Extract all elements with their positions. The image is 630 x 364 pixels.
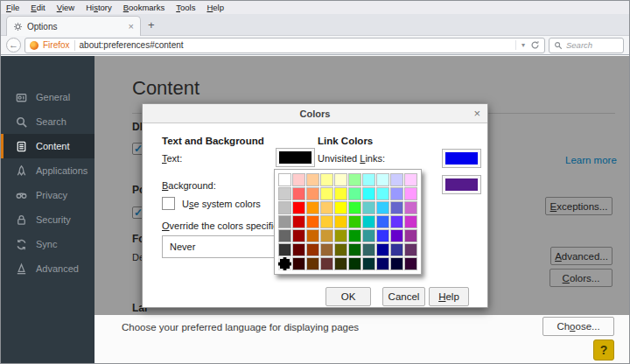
palette-color-cell[interactable] xyxy=(362,173,375,186)
menu-edit[interactable]: Edit xyxy=(31,3,45,12)
sidebar-item-privacy[interactable]: Privacy xyxy=(1,183,94,207)
palette-color-cell[interactable] xyxy=(390,187,403,200)
palette-color-cell[interactable] xyxy=(334,215,347,228)
menu-bookmarks[interactable]: Bookmarks xyxy=(123,3,165,12)
palette-color-cell[interactable] xyxy=(404,173,417,186)
new-tab-button[interactable]: + xyxy=(148,18,155,32)
palette-color-cell[interactable] xyxy=(390,257,403,270)
tab-close-icon[interactable]: × xyxy=(129,22,134,32)
palette-color-cell[interactable] xyxy=(348,243,361,256)
menu-help[interactable]: Help xyxy=(206,3,224,12)
palette-color-cell[interactable] xyxy=(404,257,417,270)
search-input[interactable]: Search xyxy=(549,38,624,53)
palette-color-cell[interactable] xyxy=(292,215,305,228)
palette-color-cell[interactable] xyxy=(292,187,305,200)
palette-color-cell[interactable] xyxy=(362,215,375,228)
sidebar-item-general[interactable]: General xyxy=(1,85,94,109)
palette-color-cell[interactable] xyxy=(306,215,319,228)
palette-color-cell[interactable] xyxy=(390,229,403,242)
palette-color-cell[interactable] xyxy=(362,201,375,214)
palette-color-cell[interactable] xyxy=(376,229,389,242)
text-color-swatch-button[interactable] xyxy=(276,148,315,167)
palette-color-cell[interactable] xyxy=(390,243,403,256)
palette-color-cell[interactable] xyxy=(278,229,291,242)
palette-color-cell[interactable] xyxy=(376,201,389,214)
palette-color-cell[interactable] xyxy=(306,243,319,256)
palette-color-cell[interactable] xyxy=(404,201,417,214)
palette-color-cell[interactable] xyxy=(306,173,319,186)
palette-color-cell[interactable] xyxy=(278,243,291,256)
dialog-close-icon[interactable]: × xyxy=(473,104,480,123)
palette-color-cell[interactable] xyxy=(306,187,319,200)
palette-color-cell[interactable] xyxy=(404,215,417,228)
palette-color-cell[interactable] xyxy=(320,215,333,228)
sidebar-item-sync[interactable]: Sync xyxy=(1,232,94,256)
palette-color-cell[interactable] xyxy=(334,187,347,200)
sidebar-item-security[interactable]: Security xyxy=(1,207,94,232)
tab-options[interactable]: Options × xyxy=(6,16,141,36)
palette-color-cell[interactable] xyxy=(320,257,333,270)
palette-color-cell[interactable] xyxy=(362,243,375,256)
reload-icon[interactable] xyxy=(530,40,540,50)
palette-color-cell[interactable] xyxy=(278,173,291,186)
palette-color-cell[interactable] xyxy=(320,173,333,186)
palette-color-cell[interactable] xyxy=(278,201,291,214)
choose-language-button[interactable]: Choose... xyxy=(542,317,614,336)
palette-color-cell[interactable] xyxy=(278,187,291,200)
palette-color-cell[interactable] xyxy=(404,229,417,242)
palette-color-cell[interactable] xyxy=(306,201,319,214)
palette-color-cell[interactable] xyxy=(376,173,389,186)
url-text[interactable]: about:preferences#content xyxy=(80,40,511,50)
palette-color-cell[interactable] xyxy=(362,257,375,270)
menu-history[interactable]: History xyxy=(86,3,112,12)
palette-color-cell[interactable] xyxy=(320,201,333,214)
palette-color-cell[interactable] xyxy=(362,187,375,200)
palette-color-cell[interactable] xyxy=(320,229,333,242)
palette-color-cell[interactable] xyxy=(320,243,333,256)
menu-view[interactable]: View xyxy=(57,3,74,12)
palette-color-cell[interactable] xyxy=(292,243,305,256)
palette-color-cell[interactable] xyxy=(334,201,347,214)
unvisited-color-swatch-button[interactable] xyxy=(442,149,481,168)
sidebar-item-search[interactable]: Search xyxy=(1,109,94,134)
palette-color-cell[interactable] xyxy=(390,215,403,228)
palette-color-cell[interactable] xyxy=(376,187,389,200)
menu-file[interactable]: File xyxy=(6,3,19,12)
palette-color-cell[interactable] xyxy=(334,173,347,186)
palette-color-cell[interactable] xyxy=(292,257,305,270)
sidebar-item-applications[interactable]: Applications xyxy=(1,158,94,183)
palette-color-cell[interactable] xyxy=(390,201,403,214)
palette-color-cell[interactable] xyxy=(334,243,347,256)
palette-color-cell[interactable] xyxy=(348,215,361,228)
cancel-button[interactable]: Cancel xyxy=(382,287,425,306)
palette-color-cell[interactable] xyxy=(348,187,361,200)
help-button[interactable]: ? xyxy=(593,340,614,360)
palette-color-cell[interactable] xyxy=(292,229,305,242)
menu-tools[interactable]: Tools xyxy=(176,3,195,12)
palette-color-cell[interactable] xyxy=(404,187,417,200)
palette-color-cell[interactable] xyxy=(376,215,389,228)
visited-color-swatch-button[interactable] xyxy=(442,175,481,194)
palette-color-cell[interactable] xyxy=(390,173,403,186)
help-dialog-button[interactable]: Help xyxy=(429,287,469,306)
palette-color-cell[interactable] xyxy=(348,173,361,186)
url-dropdown-icon[interactable]: ▾ xyxy=(522,41,525,49)
palette-color-cell[interactable] xyxy=(306,229,319,242)
palette-color-cell[interactable] xyxy=(348,257,361,270)
palette-color-cell[interactable] xyxy=(348,201,361,214)
back-button[interactable]: ← xyxy=(6,38,21,52)
palette-color-cell[interactable] xyxy=(404,243,417,256)
palette-color-cell[interactable] xyxy=(292,201,305,214)
palette-color-cell[interactable] xyxy=(278,215,291,228)
palette-color-cell[interactable] xyxy=(334,257,347,270)
ok-button[interactable]: OK xyxy=(326,287,371,306)
palette-color-cell[interactable] xyxy=(320,187,333,200)
palette-color-cell[interactable] xyxy=(278,257,291,270)
palette-color-cell[interactable] xyxy=(348,229,361,242)
sidebar-item-content[interactable]: Content xyxy=(1,134,94,158)
palette-color-cell[interactable] xyxy=(376,257,389,270)
url-bar[interactable]: Firefox about:preferences#content ▾ xyxy=(24,38,545,53)
palette-color-cell[interactable] xyxy=(376,243,389,256)
sidebar-item-advanced[interactable]: Advanced xyxy=(1,256,94,281)
palette-color-cell[interactable] xyxy=(334,229,347,242)
